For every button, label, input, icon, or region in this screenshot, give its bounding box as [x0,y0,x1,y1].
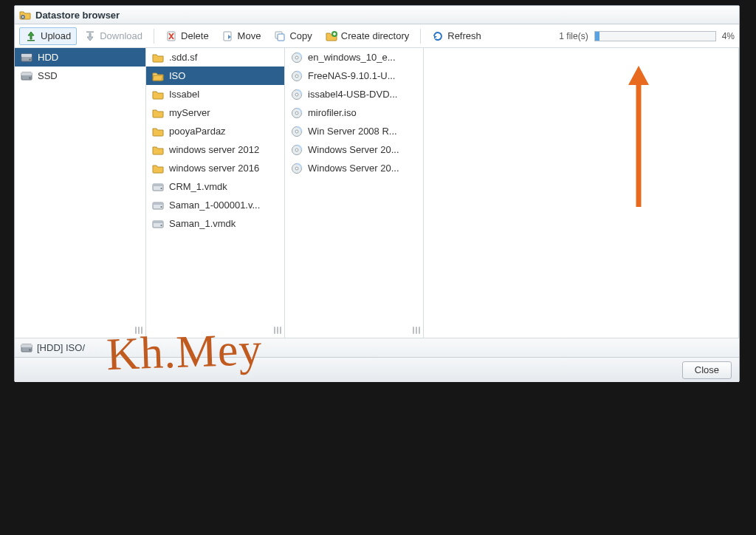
iso-icon [291,70,303,82]
list-item[interactable]: .sdd.sf [146,48,284,67]
item-label: FreeNAS-9.10.1-U... [308,70,417,81]
list-item[interactable]: issabel4-USB-DVD... [285,85,423,103]
list-item[interactable]: Windows Server 20... [285,159,423,177]
refresh-button[interactable]: Refresh [426,27,487,45]
list-item[interactable]: FreeNAS-9.10.1-U... [285,67,423,85]
item-label: SSD [38,70,140,81]
datastore-browser-window: Datastore browser Upload Download Delete… [14,5,740,382]
folder-icon [152,89,164,100]
disk-icon [21,52,32,64]
toolbar-divider [420,29,421,44]
disk-icon [21,342,32,354]
list-item[interactable]: CRM_1.vmdk [146,177,284,196]
item-label: en_windows_10_e... [308,52,417,63]
folder-icon [152,107,164,119]
refresh-icon [432,30,444,42]
column-resize-grip[interactable] [272,325,283,335]
copy-button[interactable]: Copy [268,27,317,45]
upload-progress-fill [595,32,600,41]
path-text: [HDD] ISO/ [37,342,85,353]
toolbar: Upload Download Delete Move Copy Create … [15,24,739,48]
iso-icon [291,89,303,100]
list-item[interactable]: pooyaPardaz [146,122,284,140]
folder-icon [152,52,164,64]
upload-file-count: 1 file(s) [559,31,588,41]
item-label: windows server 2012 [169,144,278,155]
list-item[interactable]: Issabel [146,85,284,103]
item-label: pooyaPardaz [169,126,278,137]
path-bar: [HDD] ISO/ [15,338,739,357]
item-label: myServer [169,107,278,118]
upload-icon [25,30,37,42]
item-label: Saman_1.vmdk [169,218,278,229]
item-label: Win Server 2008 R... [308,126,417,137]
item-label: Windows Server 20... [308,163,417,174]
folder-icon [152,144,164,156]
close-button[interactable]: Close [682,361,732,379]
delete-button[interactable]: Delete [159,27,215,45]
upload-percent: 4% [722,31,735,41]
toolbar-divider [154,29,154,44]
item-label: CRM_1.vmdk [169,181,278,192]
iso-icon [291,107,303,119]
column-roots[interactable]: HDDSSD [15,48,146,338]
list-item[interactable]: mirofiler.iso [285,103,423,122]
column-hdd[interactable]: .sdd.sfISOIssabelmyServerpooyaPardazwind… [146,48,285,338]
list-item[interactable]: Saman_1.vmdk [146,214,284,233]
upload-progress-bar [594,31,716,41]
list-item[interactable]: SSD [15,67,145,85]
vmdk-icon [152,200,164,211]
list-item[interactable]: Win Server 2008 R... [285,122,423,140]
download-button[interactable]: Download [78,27,148,45]
iso-icon [291,52,303,64]
folder-icon [152,126,164,137]
item-label: .sdd.sf [169,52,278,63]
list-item[interactable]: HDD [15,48,145,67]
list-item[interactable]: myServer [146,103,284,122]
iso-icon [291,163,303,174]
folder-icon [152,163,164,174]
download-icon [84,30,96,42]
iso-icon [291,126,303,137]
column-empty[interactable] [424,48,739,338]
window-title: Datastore browser [35,10,120,21]
datastore-browser-icon [19,9,31,21]
columns: HDDSSD .sdd.sfISOIssabelmyServerpooyaPar… [15,48,739,338]
disk-icon [21,70,32,82]
list-item[interactable]: en_windows_10_e... [285,48,423,67]
list-item[interactable]: Windows Server 20... [285,140,423,159]
list-item[interactable]: windows server 2012 [146,140,284,159]
item-label: Saman_1-000001.v... [169,200,278,211]
list-item[interactable]: ISO [146,67,284,85]
item-label: HDD [38,52,140,63]
column-iso[interactable]: en_windows_10_e...FreeNAS-9.10.1-U...iss… [285,48,424,338]
delete-icon [165,30,177,42]
vmdk-icon [152,181,164,193]
iso-icon [291,144,303,156]
copy-icon [274,30,286,42]
column-resize-grip[interactable] [134,325,144,335]
item-label: windows server 2016 [169,163,278,174]
item-label: Issabel [169,89,278,100]
folder-icon [152,70,164,82]
create-directory-button[interactable]: Create directory [320,27,415,45]
move-button[interactable]: Move [216,27,267,45]
vmdk-icon [152,218,164,230]
column-resize-grip[interactable] [411,325,422,335]
list-item[interactable]: windows server 2016 [146,159,284,177]
item-label: Windows Server 20... [308,144,417,155]
upload-button[interactable]: Upload [19,27,77,45]
list-item[interactable]: Saman_1-000001.v... [146,196,284,214]
item-label: mirofiler.iso [308,107,417,118]
upload-status: 1 file(s) 4% [559,31,735,41]
footer: Close [15,357,739,382]
create-directory-icon [326,30,337,42]
item-label: ISO [169,70,278,81]
move-icon [222,30,234,42]
item-label: issabel4-USB-DVD... [308,89,417,100]
titlebar: Datastore browser [15,6,739,24]
